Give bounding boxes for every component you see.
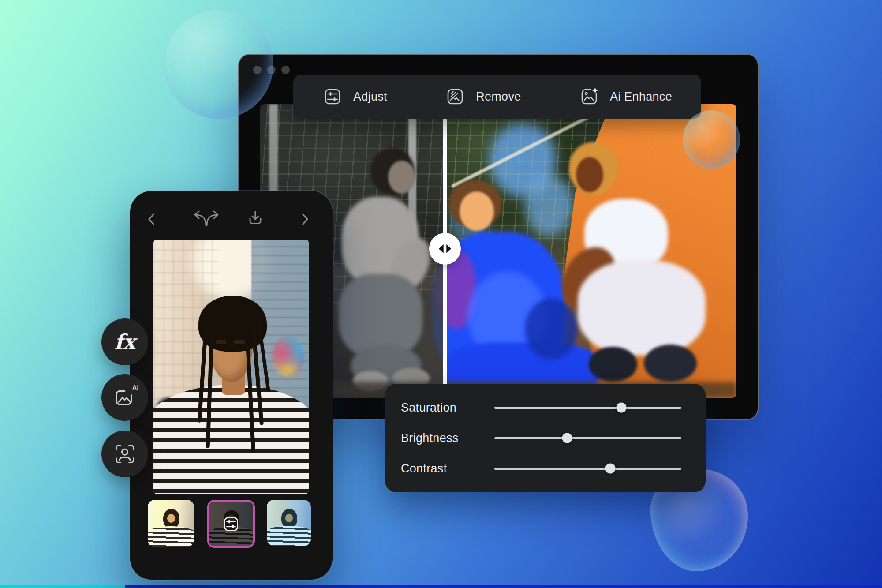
thumbnail-overlay [209, 502, 253, 546]
saturation-row: Saturation [401, 399, 681, 416]
brightness-slider[interactable] [494, 437, 681, 439]
thumbnail-cool-filter[interactable] [267, 500, 311, 546]
adjust-button[interactable]: Adjust [322, 86, 387, 107]
ai-enhance-icon [579, 86, 599, 107]
saturation-slider-thumb[interactable] [617, 403, 627, 413]
ai-enhance-button[interactable]: Ai Enhance [579, 86, 672, 107]
face-retouch-button[interactable] [101, 431, 148, 477]
compare-handle[interactable] [429, 233, 461, 265]
thumbnail-adjust-selected[interactable] [207, 500, 255, 548]
window-dot-zoom[interactable] [281, 66, 290, 74]
face-retouch-icon [113, 442, 136, 465]
brightness-slider-thumb[interactable] [562, 433, 572, 443]
fx-effects-icon: fx [114, 330, 135, 354]
ai-image-button[interactable]: AI [101, 374, 148, 421]
remove-label: Remove [476, 90, 521, 104]
undo-redo-icons[interactable] [182, 208, 231, 230]
download-icon[interactable] [246, 209, 265, 230]
saturation-slider[interactable] [494, 407, 681, 409]
editor-toolbar: Adjust Remove [293, 75, 701, 119]
contrast-row: Contrast [401, 460, 681, 477]
forward-chevron-icon[interactable] [298, 210, 311, 231]
photo-editor-hero: Adjust Remove [0, 0, 882, 588]
thumbnail-warm-filter[interactable] [148, 500, 194, 547]
adjustment-panel: Saturation Brightness Contrast [385, 384, 706, 492]
remove-button[interactable]: Remove [445, 86, 521, 107]
brightness-label: Brightness [401, 431, 494, 445]
adjust-label: Adjust [353, 90, 387, 104]
brightness-row: Brightness [401, 429, 681, 447]
contrast-slider[interactable] [494, 468, 681, 470]
progress-played-segment [0, 585, 125, 588]
ai-enhance-label: Ai Enhance [610, 90, 672, 104]
effects-fx-button[interactable]: fx [101, 318, 148, 365]
ai-badge: AI [132, 384, 139, 391]
phone-mockup [130, 191, 333, 580]
decor-bubble-small [683, 110, 740, 169]
decor-bubble-large [164, 10, 273, 119]
contrast-label: Contrast [401, 462, 494, 476]
filter-thumbnails [130, 500, 333, 548]
contrast-slider-thumb[interactable] [605, 464, 615, 474]
compare-arrows-icon [434, 238, 456, 259]
video-progress-bar[interactable] [0, 585, 882, 588]
back-chevron-icon[interactable] [145, 210, 158, 231]
phone-photo [153, 240, 309, 494]
phone-nav-bar [130, 207, 333, 230]
adjust-sliders-icon [222, 515, 240, 533]
remove-object-icon [445, 86, 465, 107]
saturation-label: Saturation [401, 401, 494, 415]
adjust-sliders-icon [322, 86, 343, 107]
